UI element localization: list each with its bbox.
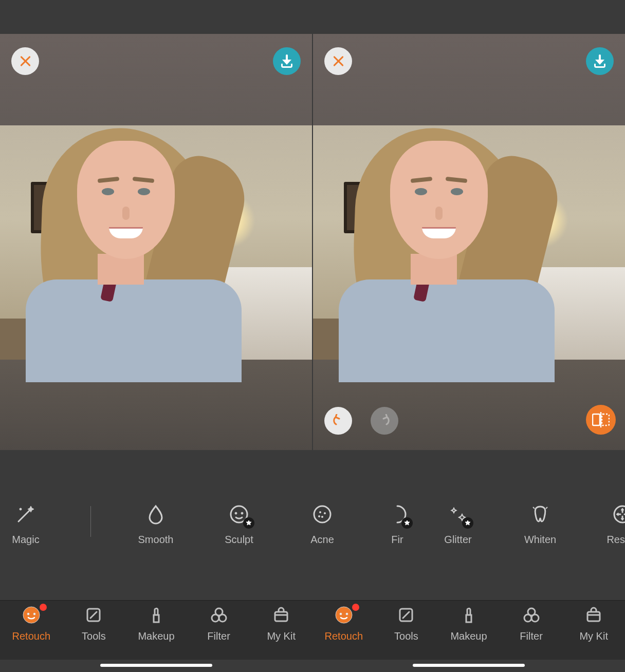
- close-button[interactable]: [324, 47, 352, 75]
- tab-filter[interactable]: Filter: [193, 605, 245, 642]
- tab-label: My Kit: [579, 630, 608, 642]
- tab-label: Tools: [82, 630, 106, 642]
- save-button[interactable]: [586, 47, 614, 75]
- svg-point-24: [340, 613, 342, 615]
- tab-makeup[interactable]: Makeup: [131, 605, 182, 642]
- svg-point-5: [235, 512, 237, 514]
- photo-canvas[interactable]: [0, 125, 312, 360]
- tool-acne[interactable]: Acne: [304, 503, 341, 546]
- retouch-face-icon: [334, 605, 354, 625]
- bottom-tabbar: Retouch Tools Makeup Filter My Kit Retou…: [0, 600, 625, 660]
- tab-label: Filter: [207, 630, 230, 642]
- kit-box-icon: [271, 605, 291, 625]
- tab-label: Makeup: [450, 630, 487, 642]
- resize-arrows-icon: [611, 503, 625, 526]
- tab-label: Filter: [520, 630, 542, 642]
- home-indicator: [413, 664, 525, 667]
- svg-point-7: [314, 506, 330, 522]
- tool-separator: [90, 506, 91, 537]
- svg-point-11: [318, 515, 320, 517]
- magic-wand-icon: [14, 503, 37, 526]
- tab-filter[interactable]: Filter: [506, 605, 557, 642]
- svg-point-6: [241, 512, 243, 514]
- photo-canvas[interactable]: [313, 125, 625, 360]
- svg-point-20: [212, 614, 219, 622]
- svg-point-29: [524, 614, 531, 622]
- svg-rect-27: [466, 615, 471, 622]
- pencil-icon: [396, 605, 416, 625]
- compare-button[interactable]: [586, 405, 616, 435]
- tab-tools[interactable]: Tools: [380, 605, 432, 642]
- tabbar-right: Retouch Tools Makeup Filter My Kit: [312, 601, 625, 660]
- svg-point-9: [324, 512, 325, 514]
- svg-rect-31: [587, 612, 600, 621]
- download-icon: [593, 54, 606, 68]
- undo-button[interactable]: [324, 407, 352, 435]
- premium-badge-icon: [462, 517, 473, 529]
- close-icon: [19, 55, 31, 67]
- svg-rect-0: [593, 414, 600, 425]
- lipstick-icon: [458, 605, 479, 625]
- tool-firm[interactable]: Fir: [387, 503, 408, 546]
- tab-mykit[interactable]: My Kit: [568, 605, 619, 642]
- tool-whiten[interactable]: Whiten: [522, 503, 559, 546]
- undo-icon: [332, 414, 345, 427]
- svg-rect-22: [275, 612, 287, 621]
- svg-point-3: [20, 508, 22, 510]
- redo-icon: [378, 414, 391, 427]
- download-icon: [280, 54, 293, 68]
- droplet-icon: [144, 503, 167, 526]
- svg-point-23: [336, 607, 352, 623]
- tool-magic[interactable]: Magic: [7, 503, 44, 546]
- retouch-tool-strip: Magic Smooth Sculpt Acne Fir: [0, 493, 625, 555]
- tool-label: Magic: [12, 534, 39, 546]
- save-button[interactable]: [273, 47, 301, 75]
- home-indicator: [100, 664, 212, 667]
- sculpt-face-icon: [228, 503, 250, 526]
- tool-smooth[interactable]: Smooth: [137, 503, 174, 546]
- tool-label: Sculpt: [225, 534, 253, 546]
- pencil-icon: [83, 605, 104, 625]
- svg-point-30: [531, 614, 539, 622]
- tab-makeup[interactable]: Makeup: [443, 605, 494, 642]
- tooth-icon: [529, 503, 552, 526]
- tool-sculpt[interactable]: Sculpt: [220, 503, 258, 546]
- svg-point-14: [23, 607, 40, 623]
- tool-label: Acne: [310, 534, 334, 546]
- filter-circles-icon: [521, 605, 542, 625]
- glitter-stars-icon: [447, 503, 469, 526]
- filter-circles-icon: [209, 605, 229, 625]
- tool-label: Whiten: [524, 534, 556, 546]
- tab-label: My Kit: [267, 630, 296, 642]
- screenshot-left: [0, 34, 312, 450]
- svg-point-16: [33, 613, 35, 615]
- lipstick-icon: [146, 605, 167, 625]
- tab-label: Retouch: [325, 630, 363, 642]
- svg-point-25: [346, 613, 348, 615]
- retouch-face-icon: [21, 605, 42, 625]
- tab-mykit[interactable]: My Kit: [255, 605, 307, 642]
- svg-rect-18: [154, 615, 159, 622]
- tabbar-left: Retouch Tools Makeup Filter My Kit: [0, 601, 312, 660]
- tool-label: Resize: [606, 534, 625, 546]
- kit-box-icon: [583, 605, 604, 625]
- svg-point-8: [319, 511, 321, 513]
- tab-label: Tools: [394, 630, 418, 642]
- svg-rect-1: [602, 414, 609, 425]
- premium-badge-icon: [401, 517, 413, 529]
- tab-label: Retouch: [12, 630, 51, 642]
- svg-point-10: [321, 516, 323, 517]
- tab-retouch[interactable]: Retouch: [318, 605, 370, 642]
- premium-badge-icon: [243, 517, 254, 529]
- tab-tools[interactable]: Tools: [68, 605, 119, 642]
- close-button[interactable]: [11, 47, 39, 75]
- tab-retouch[interactable]: Retouch: [6, 605, 57, 642]
- acne-target-icon: [311, 503, 334, 526]
- close-icon: [332, 55, 344, 67]
- tool-glitter[interactable]: Glitter: [439, 503, 476, 546]
- tool-resize[interactable]: Resize: [604, 503, 625, 546]
- redo-button[interactable]: [371, 407, 398, 435]
- tool-label: Smooth: [138, 534, 174, 546]
- tool-label: Glitter: [444, 534, 471, 546]
- svg-point-15: [27, 613, 29, 615]
